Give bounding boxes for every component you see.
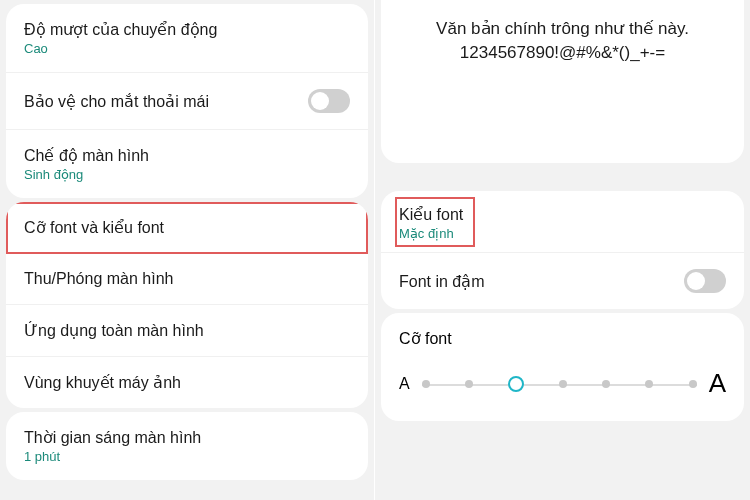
fullscreen-apps-title: Ứng dụng toàn màn hình bbox=[24, 321, 350, 340]
font-preview: Văn bản chính trông như thế này. 1234567… bbox=[381, 0, 744, 163]
slider-step[interactable] bbox=[689, 380, 697, 388]
slider-step[interactable] bbox=[422, 380, 430, 388]
screen-timeout-row[interactable]: Thời gian sáng màn hình 1 phút bbox=[6, 412, 368, 480]
motion-title: Độ mượt của chuyển động bbox=[24, 20, 350, 39]
slider-dots[interactable] bbox=[422, 376, 697, 392]
camera-cutout-row[interactable]: Vùng khuyết máy ảnh bbox=[6, 357, 368, 408]
bold-font-title: Font in đậm bbox=[399, 272, 684, 291]
slider-step[interactable] bbox=[465, 380, 473, 388]
font-style-title: Kiểu font bbox=[399, 205, 463, 224]
slider-step[interactable] bbox=[645, 380, 653, 388]
bold-font-row[interactable]: Font in đậm bbox=[381, 253, 744, 309]
screen-timeout-sub: 1 phút bbox=[24, 449, 350, 464]
screen-mode-title: Chế độ màn hình bbox=[24, 146, 350, 165]
eye-comfort-row[interactable]: Bảo vệ cho mắt thoải mái bbox=[6, 73, 368, 130]
slider-step[interactable] bbox=[559, 380, 567, 388]
fullscreen-apps-row[interactable]: Ứng dụng toàn màn hình bbox=[6, 305, 368, 357]
motion-smoothness-row[interactable]: Độ mượt của chuyển động Cao bbox=[6, 4, 368, 73]
bold-font-toggle[interactable] bbox=[684, 269, 726, 293]
font-size-card: Cỡ font A A bbox=[381, 313, 744, 421]
slider-thumb[interactable] bbox=[508, 376, 524, 392]
screen-zoom-title: Thu/Phóng màn hình bbox=[24, 270, 350, 288]
font-size-heading: Cỡ font bbox=[399, 329, 726, 348]
font-size-style-title: Cỡ font và kiểu font bbox=[24, 218, 350, 237]
motion-sub: Cao bbox=[24, 41, 350, 56]
preview-text-line1: Văn bản chính trông như thế này. bbox=[401, 18, 724, 39]
eye-comfort-title: Bảo vệ cho mắt thoải mái bbox=[24, 92, 308, 111]
camera-cutout-title: Vùng khuyết máy ảnh bbox=[24, 373, 350, 392]
slider-step[interactable] bbox=[602, 380, 610, 388]
screen-zoom-row[interactable]: Thu/Phóng màn hình bbox=[6, 254, 368, 305]
font-size-slider[interactable]: A A bbox=[399, 368, 726, 399]
small-a-icon: A bbox=[399, 375, 410, 393]
font-style-highlight: Kiểu font Mặc định bbox=[397, 199, 473, 245]
eye-comfort-toggle[interactable] bbox=[308, 89, 350, 113]
screen-timeout-title: Thời gian sáng màn hình bbox=[24, 428, 350, 447]
font-style-row[interactable]: Kiểu font Mặc định bbox=[381, 191, 744, 253]
screen-mode-row[interactable]: Chế độ màn hình Sinh động bbox=[6, 130, 368, 198]
font-style-sub: Mặc định bbox=[399, 226, 463, 241]
screen-mode-sub: Sinh động bbox=[24, 167, 350, 182]
big-a-icon: A bbox=[709, 368, 726, 399]
font-size-style-row[interactable]: Cỡ font và kiểu font bbox=[6, 202, 368, 254]
preview-text-line2: 1234567890!@#%&*()_+-= bbox=[401, 43, 724, 63]
